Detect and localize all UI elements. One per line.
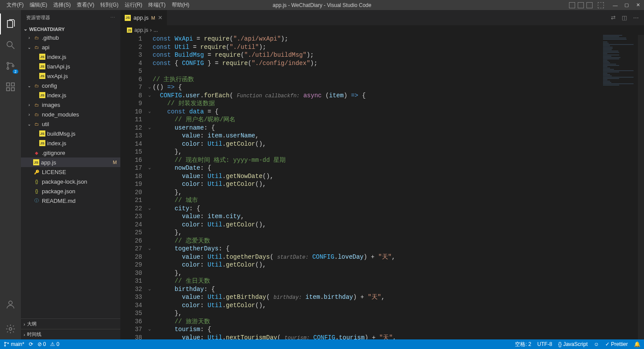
svg-point-1 (7, 62, 9, 64)
tree-file[interactable]: ◆.gitignore (21, 148, 120, 157)
feedback-icon[interactable]: ☺ (594, 341, 599, 347)
svg-point-0 (7, 41, 12, 47)
sidebar-more-icon[interactable]: ⋯ (110, 15, 115, 21)
scm-badge: 2 (13, 69, 18, 74)
settings-gear-icon[interactable] (0, 318, 21, 339)
language-mode[interactable]: {} JavaScript (558, 341, 587, 347)
explorer-sidebar: 资源管理器 ⋯ ⌄ WECHATDIARY ›🗀.github⌄🗀apiJSin… (21, 10, 120, 339)
tab-close-icon[interactable]: ✕ (158, 14, 163, 21)
vertical-scrollbar[interactable] (638, 35, 644, 339)
file-tree: ›🗀.github⌄🗀apiJSindex.jsJStianApi.jsJSwx… (21, 33, 120, 318)
tree-folder[interactable]: ⌄🗀api (21, 42, 120, 52)
split-editor-icon[interactable]: ◫ (622, 14, 627, 21)
extensions-icon[interactable] (0, 76, 21, 97)
folder-header[interactable]: ⌄ WECHATDIARY (21, 25, 120, 33)
window-title: app.js - WeChatDiary - Visual Studio Cod… (273, 2, 371, 8)
indentation[interactable]: 空格: 2 (515, 341, 531, 348)
timeline-section[interactable]: ›时间线 (21, 329, 120, 339)
tree-file[interactable]: JSindex.js (21, 90, 120, 100)
tree-file[interactable]: 🔑LICENSE (21, 167, 120, 177)
menu-item[interactable]: 运行(R) (122, 0, 146, 10)
encoding[interactable]: UTF-8 (537, 341, 552, 347)
tree-folder[interactable]: ⌄🗀util (21, 119, 120, 129)
menu-item[interactable]: 终端(T) (145, 0, 168, 10)
menu-bar: 文件(F)编辑(E)选择(S)查看(V)转到(G)运行(R)终端(T)帮助(H) (3, 0, 192, 10)
search-icon[interactable] (0, 34, 21, 55)
title-right: — ▢ ✕ (569, 2, 641, 8)
breadcrumbs[interactable]: JS app.js › ... (120, 25, 644, 35)
tab-modified-indicator: M (151, 15, 155, 21)
tree-file[interactable]: JSapp.jsM (21, 157, 120, 167)
tree-file[interactable]: JStianApi.js (21, 62, 120, 71)
menu-item[interactable]: 编辑(E) (27, 0, 50, 10)
svg-point-2 (7, 68, 9, 69)
svg-rect-4 (7, 83, 10, 86)
outline-section[interactable]: ›大纲 (21, 318, 120, 329)
minimize-button[interactable]: — (613, 3, 618, 8)
problems-errors[interactable]: ⊘ 0 (37, 341, 46, 347)
menu-item[interactable]: 转到(G) (97, 0, 121, 10)
editor-area: JS app.js M ✕ ⇄ ◫ ⋯ JS app.js › ... 1234… (120, 10, 644, 339)
svg-point-11 (4, 345, 5, 346)
svg-point-3 (12, 65, 14, 67)
tree-file[interactable]: ⓘREADME.md (21, 196, 120, 205)
prettier-status[interactable]: ✓ Prettier (605, 341, 628, 347)
activity-bar: 2 (0, 10, 21, 339)
tree-folder[interactable]: ›🗀images (21, 100, 120, 109)
sidebar-title: 资源管理器 (26, 14, 50, 21)
git-branch[interactable]: main* (3, 341, 24, 347)
menu-item[interactable]: 文件(F) (3, 0, 27, 10)
js-file-icon: JS (127, 27, 132, 33)
editor-tabs: JS app.js M ✕ ⇄ ◫ ⋯ (120, 10, 644, 25)
layout-icon-right[interactable] (586, 2, 593, 8)
svg-point-9 (9, 328, 12, 330)
tree-folder[interactable]: ⌄🗀config (21, 81, 120, 90)
tab-more-icon[interactable]: ⋯ (633, 14, 639, 21)
close-window-button[interactable]: ✕ (635, 3, 641, 8)
tree-file[interactable]: {}package-lock.json (21, 177, 120, 186)
sync-button[interactable]: ⟳ (29, 341, 33, 347)
titlebar: 文件(F)编辑(E)选择(S)查看(V)转到(G)运行(R)终端(T)帮助(H)… (0, 0, 644, 10)
svg-point-10 (4, 342, 5, 343)
svg-rect-5 (11, 83, 14, 86)
problems-warnings[interactable]: ⚠ 0 (50, 341, 59, 347)
tree-file[interactable]: JSindex.js (21, 52, 120, 62)
menu-item[interactable]: 查看(V) (74, 0, 97, 10)
tree-file[interactable]: JSbuildMsg.js (21, 129, 120, 138)
compare-changes-icon[interactable]: ⇄ (611, 14, 616, 21)
layout-icon-bottom[interactable] (578, 2, 584, 8)
code-editor[interactable]: 1234567891011121314151617181920212223242… (120, 35, 644, 339)
svg-point-8 (9, 301, 12, 305)
tab-label: app.js (133, 14, 149, 21)
layout-customize-icon[interactable] (598, 2, 604, 8)
tab-app-js[interactable]: JS app.js M ✕ (120, 10, 167, 25)
maximize-button[interactable]: ▢ (624, 3, 629, 8)
menu-item[interactable]: 选择(S) (50, 0, 74, 10)
source-control-icon[interactable]: 2 (0, 55, 21, 76)
svg-rect-7 (11, 88, 14, 91)
tree-folder[interactable]: ›🗀.github (21, 33, 120, 42)
status-bar: main* ⟳ ⊘ 0 ⚠ 0 空格: 2 UTF-8 {} JavaScrip… (0, 339, 644, 349)
tree-file[interactable]: JSwxApi.js (21, 71, 120, 81)
tree-file[interactable]: {}package.json (21, 186, 120, 196)
tree-folder[interactable]: ›🗀node_modules (21, 109, 120, 119)
accounts-icon[interactable] (0, 294, 21, 315)
notifications-bell-icon[interactable]: 🔔 (634, 341, 641, 347)
explorer-icon[interactable] (0, 14, 21, 34)
menu-item[interactable]: 帮助(H) (169, 0, 193, 10)
tree-file[interactable]: JSindex.js (21, 138, 120, 148)
svg-point-12 (7, 343, 8, 344)
svg-rect-6 (7, 88, 10, 91)
js-file-icon: JS (125, 15, 131, 21)
layout-icon-left[interactable] (569, 2, 575, 8)
